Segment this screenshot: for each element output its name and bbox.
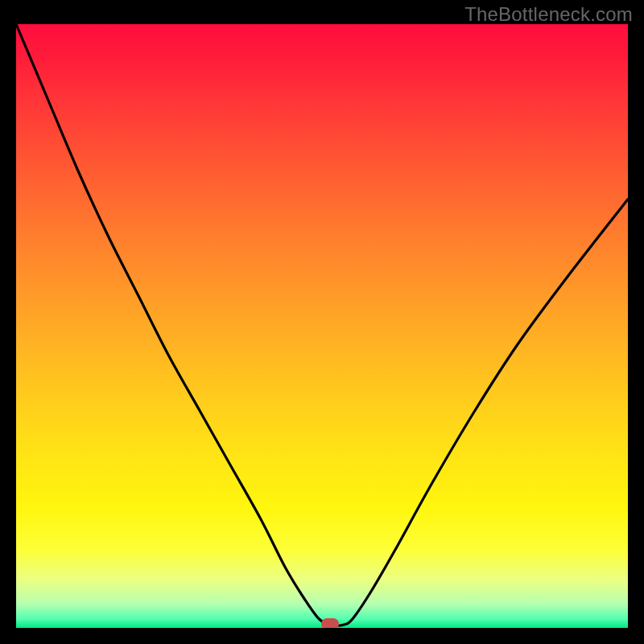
bottleneck-curve — [16, 24, 628, 628]
plot-area — [16, 24, 628, 628]
optimal-point-marker — [321, 618, 339, 628]
chart-frame: TheBottleneck.com — [0, 0, 644, 644]
watermark-text: TheBottleneck.com — [464, 3, 633, 26]
